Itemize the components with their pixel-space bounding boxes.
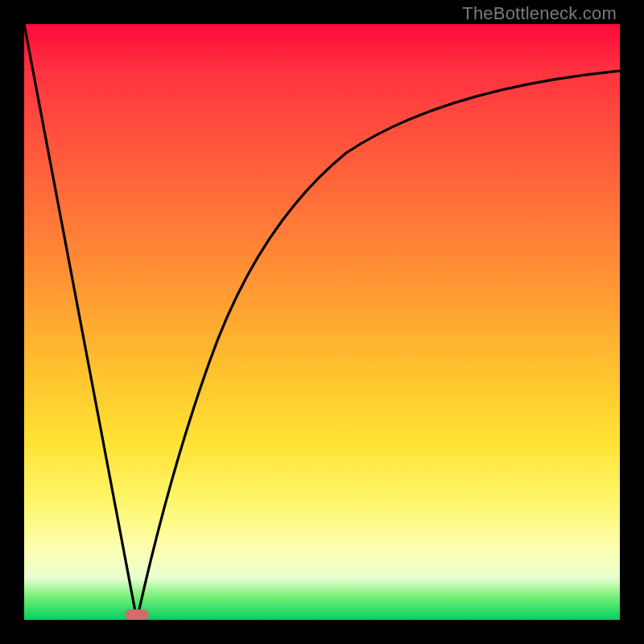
curve-right-leg	[137, 71, 620, 620]
chart-frame: TheBottleneck.com	[0, 0, 644, 644]
plot-area	[24, 24, 620, 620]
bottleneck-curve-svg	[24, 24, 620, 620]
curve-left-leg	[24, 24, 137, 620]
optimal-marker	[125, 609, 149, 620]
watermark-text: TheBottleneck.com	[462, 3, 617, 24]
